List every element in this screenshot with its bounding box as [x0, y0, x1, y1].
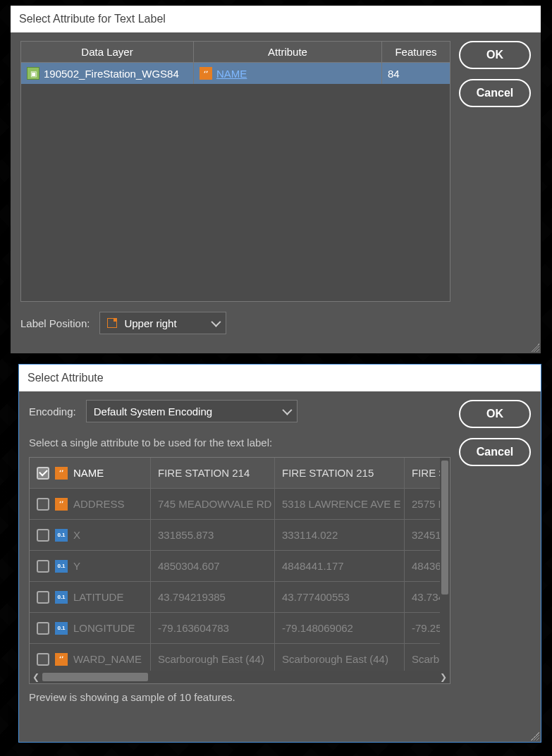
attribute-name: Y — [73, 560, 80, 572]
label-position-value: Upper right — [124, 317, 176, 329]
chevron-down-icon — [211, 317, 221, 327]
preview-value: Scarborough East (44) — [275, 644, 405, 671]
dialog-title: Select Attribute — [27, 372, 104, 384]
attribute-row[interactable]: 0.1Y4850304.6074848441.17748436 — [30, 551, 450, 582]
attribute-checkbox[interactable] — [37, 467, 49, 480]
attribute-row[interactable]: 0.1LATITUDE43.79421938543.77740055343.73… — [30, 582, 450, 613]
preview-value: -79.25 — [405, 613, 444, 643]
attribute-row[interactable]: ʻʼADDRESS745 MEADOWVALE RD5318 LAWRENCE … — [30, 489, 450, 520]
encoding-dropdown[interactable]: Default System Encoding — [86, 400, 298, 422]
cell-attribute-name: ʻʼADDRESS — [30, 489, 151, 519]
resize-grip-icon[interactable] — [531, 732, 539, 740]
cell-attribute-name: ʻʼWARD_NAME — [30, 644, 151, 671]
scrollbar-thumb[interactable] — [441, 461, 448, 595]
dialog-title: Select Attribute for Text Label — [19, 13, 166, 25]
preview-value: 4848441.177 — [275, 551, 405, 581]
numeric-field-icon: 0.1 — [55, 622, 68, 635]
preview-value: 333114.022 — [275, 520, 405, 550]
preview-value: -79.163604783 — [151, 613, 275, 643]
attribute-checkbox[interactable] — [37, 560, 49, 573]
preview-value: 43.734 — [405, 582, 444, 612]
cell-attribute[interactable]: ʻʼ NAME — [194, 63, 382, 84]
preview-value: FIRE S — [405, 458, 444, 488]
attribute-row-selected[interactable]: ʻʼNAMEFIRE STATION 214FIRE STATION 215FI… — [30, 458, 450, 489]
preview-note: Preview is showing a sample of 10 featur… — [29, 691, 450, 703]
attribute-name: X — [73, 529, 80, 541]
scroll-left-arrow-icon[interactable]: ❮ — [30, 671, 42, 683]
cell-attribute-name: ʻʼNAME — [30, 458, 151, 488]
column-header-data-layer[interactable]: Data Layer — [21, 42, 194, 63]
dialog-title-bar: Select Attribute for Text Label — [11, 6, 541, 32]
column-header-attribute[interactable]: Attribute — [194, 42, 382, 63]
cell-attribute-name: 0.1Y — [30, 551, 151, 581]
preview-value: 331855.873 — [151, 520, 275, 550]
ok-button[interactable]: OK — [459, 41, 531, 69]
attribute-checkbox[interactable] — [37, 591, 49, 604]
preview-value: Scarborough East (44) — [151, 644, 275, 671]
layer-name: 190502_FireStation_WGS84 — [44, 68, 179, 80]
preview-value: FIRE STATION 214 — [151, 458, 275, 488]
chevron-down-icon — [282, 406, 292, 415]
cell-data-layer: ▣ 190502_FireStation_WGS84 — [21, 63, 194, 84]
table-header-row: Data Layer Attribute Features — [21, 42, 450, 63]
preview-value: 43.777400553 — [275, 582, 405, 612]
scroll-right-arrow-icon[interactable]: ❯ — [437, 671, 450, 683]
attribute-name: NAME — [73, 467, 104, 479]
label-position-label: Label Position: — [20, 317, 90, 329]
string-field-icon: ʻʼ — [55, 498, 68, 511]
label-position-dropdown[interactable]: Upper right — [99, 312, 226, 334]
table-row[interactable]: ▣ 190502_FireStation_WGS84 ʻʼ NAME 84 — [21, 63, 450, 84]
cell-attribute-name: 0.1LATITUDE — [30, 582, 151, 612]
attribute-checkbox[interactable] — [37, 622, 49, 635]
preview-value: FIRE STATION 215 — [275, 458, 405, 488]
string-field-icon: ʻʼ — [55, 467, 68, 480]
point-layer-icon: ▣ — [27, 67, 39, 80]
horizontal-scrollbar[interactable]: ❮ ❯ — [30, 671, 450, 683]
attribute-checkbox[interactable] — [37, 498, 49, 511]
numeric-field-icon: 0.1 — [55, 591, 68, 604]
attribute-preview-table: ʻʼNAMEFIRE STATION 214FIRE STATION 215FI… — [29, 457, 450, 684]
attribute-checkbox[interactable] — [37, 653, 49, 666]
attribute-name: LONGITUDE — [73, 622, 135, 634]
preview-value: -79.148069062 — [275, 613, 405, 643]
string-field-icon: ʻʼ — [200, 67, 212, 80]
cancel-button[interactable]: Cancel — [459, 438, 531, 466]
vertical-scrollbar[interactable] — [440, 458, 450, 671]
dialog-title-bar: Select Attribute — [19, 365, 541, 391]
cell-attribute-name: 0.1LONGITUDE — [30, 613, 151, 643]
feature-count: 84 — [388, 68, 400, 80]
cancel-button[interactable]: Cancel — [459, 79, 531, 107]
preview-value: 4850304.607 — [151, 551, 275, 581]
attribute-row[interactable]: 0.1LONGITUDE-79.163604783-79.148069062-7… — [30, 613, 450, 644]
cell-features: 84 — [382, 63, 450, 84]
attribute-link[interactable]: NAME — [216, 68, 247, 80]
scrollbar-thumb[interactable] — [42, 673, 148, 681]
attribute-name: LATITUDE — [73, 591, 123, 603]
preview-value: 5318 LAWRENCE AVE E — [275, 489, 405, 519]
attribute-checkbox[interactable] — [37, 529, 49, 542]
ok-button[interactable]: OK — [459, 400, 531, 428]
numeric-field-icon: 0.1 — [55, 560, 68, 573]
column-header-features[interactable]: Features — [382, 42, 450, 63]
upper-right-position-icon — [107, 318, 117, 328]
cell-attribute-name: 0.1X — [30, 520, 151, 550]
preview-value: 43.794219385 — [151, 582, 275, 612]
attribute-name: WARD_NAME — [73, 653, 142, 665]
attribute-name: ADDRESS — [73, 498, 125, 510]
attribute-row[interactable]: ʻʼWARD_NAMEScarborough East (44)Scarboro… — [30, 644, 450, 671]
encoding-value: Default System Encoding — [94, 406, 212, 417]
preview-value: 48436 — [405, 551, 444, 581]
select-attribute-dialog: Select Attribute Encoding: Default Syste… — [18, 364, 541, 743]
layer-attribute-table: Data Layer Attribute Features ▣ 190502_F… — [20, 41, 450, 302]
select-attribute-for-text-label-dialog: Select Attribute for Text Label Data Lay… — [11, 6, 541, 353]
attribute-row[interactable]: 0.1X331855.873333114.02232451 — [30, 520, 450, 551]
resize-grip-icon[interactable] — [531, 343, 539, 352]
numeric-field-icon: 0.1 — [55, 529, 68, 542]
string-field-icon: ʻʼ — [55, 653, 68, 666]
encoding-label: Encoding: — [29, 406, 76, 417]
preview-value: Scarbo — [405, 644, 444, 671]
instruction-text: Select a single attribute to be used for… — [29, 437, 450, 449]
preview-value: 745 MEADOWVALE RD — [151, 489, 275, 519]
preview-value: 32451 — [405, 520, 444, 550]
preview-value: 2575 E — [405, 489, 444, 519]
